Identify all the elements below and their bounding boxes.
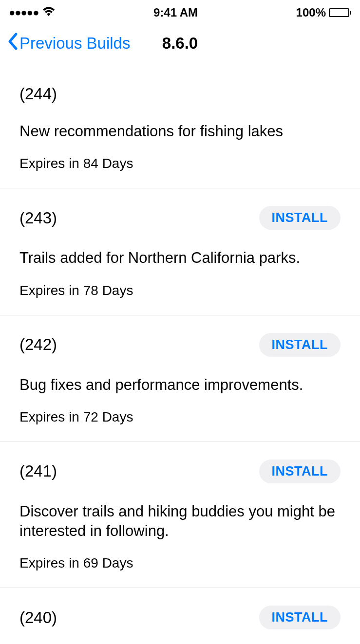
install-button[interactable]: INSTALL bbox=[259, 606, 341, 629]
build-header: (242) INSTALL bbox=[19, 333, 341, 357]
nav-bar: Previous Builds 8.6.0 bbox=[0, 23, 360, 67]
build-item: (240) INSTALL bbox=[0, 588, 360, 644]
build-header: (243) INSTALL bbox=[19, 206, 341, 230]
build-number: (244) bbox=[19, 85, 57, 103]
chevron-left-icon bbox=[7, 32, 19, 55]
build-number: (240) bbox=[19, 608, 57, 627]
build-number: (241) bbox=[19, 462, 57, 480]
build-description: Trails added for Northern California par… bbox=[19, 248, 341, 268]
status-right: 100% bbox=[296, 6, 351, 19]
battery-percent: 100% bbox=[296, 6, 326, 19]
build-number: (243) bbox=[19, 209, 57, 227]
build-item: (244) New recommendations for fishing la… bbox=[0, 67, 360, 188]
back-label: Previous Builds bbox=[19, 34, 130, 53]
build-expires: Expires in 69 Days bbox=[19, 555, 341, 571]
back-button[interactable]: Previous Builds bbox=[7, 32, 130, 55]
build-description: Discover trails and hiking buddies you m… bbox=[19, 502, 341, 541]
build-header: (241) INSTALL bbox=[19, 460, 341, 483]
battery-icon bbox=[329, 8, 351, 17]
build-number: (242) bbox=[19, 335, 57, 354]
page-title: 8.6.0 bbox=[162, 34, 198, 53]
build-expires: Expires in 84 Days bbox=[19, 156, 341, 171]
build-expires: Expires in 72 Days bbox=[19, 409, 341, 425]
status-time: 9:41 AM bbox=[153, 6, 198, 19]
build-expires: Expires in 78 Days bbox=[19, 283, 341, 298]
build-description: Bug fixes and performance improvements. bbox=[19, 375, 341, 395]
install-button[interactable]: INSTALL bbox=[259, 460, 341, 483]
signal-dots: ●●●●● bbox=[9, 6, 38, 19]
wifi-icon bbox=[42, 6, 55, 19]
status-bar: ●●●●● 9:41 AM 100% bbox=[0, 0, 360, 23]
install-button[interactable]: INSTALL bbox=[259, 206, 341, 230]
build-item: (242) INSTALL Bug fixes and performance … bbox=[0, 315, 360, 442]
build-header: (240) INSTALL bbox=[19, 606, 341, 629]
build-description: New recommendations for fishing lakes bbox=[19, 122, 341, 141]
status-left: ●●●●● bbox=[9, 6, 55, 19]
build-header: (244) bbox=[19, 85, 341, 103]
install-button[interactable]: INSTALL bbox=[259, 333, 341, 357]
builds-list: (244) New recommendations for fishing la… bbox=[0, 67, 360, 644]
build-item: (243) INSTALL Trails added for Northern … bbox=[0, 188, 360, 315]
build-item: (241) INSTALL Discover trails and hiking… bbox=[0, 442, 360, 589]
